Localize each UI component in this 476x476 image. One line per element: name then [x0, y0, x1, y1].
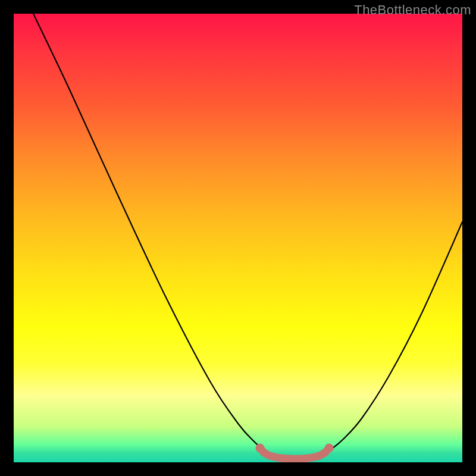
chart-frame: TheBottleneck.com [0, 0, 476, 476]
plot-area [14, 14, 462, 462]
watermark-text: TheBottleneck.com [354, 2, 471, 18]
sweet-spot-highlight [260, 448, 329, 459]
chart-svg [14, 14, 462, 462]
bottleneck-curve [33, 14, 462, 458]
highlight-end-right [325, 444, 334, 453]
highlight-end-left [256, 444, 265, 453]
